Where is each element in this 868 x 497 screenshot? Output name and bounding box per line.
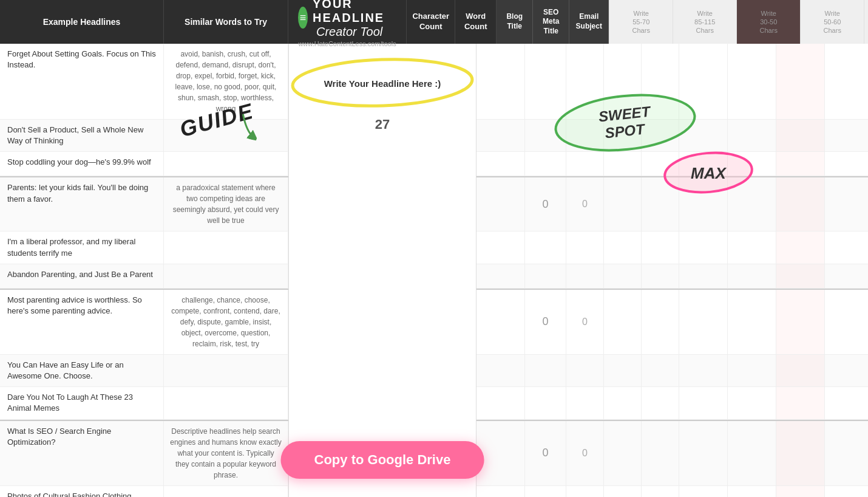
char-count-cell bbox=[476, 355, 525, 386]
seo-cell bbox=[604, 290, 642, 354]
seo-cell bbox=[604, 152, 642, 176]
meta3-cell bbox=[776, 120, 825, 151]
example-cell: Abandon Parenting, and Just Be a Parent bbox=[0, 264, 164, 288]
similar-cell bbox=[164, 355, 288, 386]
example-cell: What Is SEO / Search Engine Optimization… bbox=[0, 421, 164, 485]
email-cell bbox=[642, 152, 679, 176]
meta2-cell bbox=[728, 120, 776, 151]
blog-cell bbox=[566, 387, 604, 419]
email-cell bbox=[642, 421, 679, 485]
meta1-cell bbox=[679, 177, 728, 231]
header: Example Headlines Similar Words to Try ≡… bbox=[0, 0, 868, 44]
meta4-cell bbox=[825, 290, 868, 354]
meta1-cell bbox=[679, 421, 728, 485]
meta3-cell bbox=[776, 44, 825, 119]
word-count-cell bbox=[525, 264, 566, 288]
example-cell: Most parenting advice is worthless. So h… bbox=[0, 290, 164, 354]
meta2-cell bbox=[728, 152, 776, 176]
email-subject-header: EmailSubject bbox=[569, 0, 609, 44]
similar-cell bbox=[164, 486, 288, 498]
email-cell bbox=[642, 231, 679, 263]
meta4-cell bbox=[825, 177, 868, 231]
brand-area: ≡ YOUR HEADLINE Creator Tool www.HateCon… bbox=[288, 0, 407, 44]
email-cell bbox=[642, 177, 679, 231]
meta5-header: Write105-145Chars bbox=[864, 0, 868, 44]
seo-cell bbox=[604, 44, 642, 119]
meta2-cell bbox=[728, 387, 776, 419]
meta1-cell bbox=[679, 264, 728, 288]
brand-name: YOUR HEADLINE Creator Tool bbox=[313, 0, 396, 39]
blog-cell bbox=[566, 486, 604, 498]
example-cell: Stop coddling your dog—he's 99.9% wolf bbox=[0, 152, 164, 176]
meta1-cell bbox=[679, 231, 728, 263]
seo-cell bbox=[604, 231, 642, 263]
email-cell bbox=[642, 120, 679, 151]
similar-header-label: Similar Words to Try bbox=[185, 17, 267, 27]
meta1-header: Write55-70Chars bbox=[609, 0, 673, 44]
seo-meta-header: SEOMetaTitle bbox=[533, 0, 569, 44]
meta2-cell bbox=[728, 290, 776, 354]
brand-url: www.HateContentLess.com/tools bbox=[298, 40, 396, 47]
similar-cell: a paradoxical statement where two compet… bbox=[164, 177, 288, 231]
similar-cell bbox=[164, 264, 288, 288]
meta3-cell bbox=[776, 231, 825, 263]
example-cell: Parents: let your kids fail. You'll be d… bbox=[0, 177, 164, 231]
similar-cell bbox=[164, 387, 288, 419]
seo-cell bbox=[604, 486, 642, 498]
headline-input[interactable] bbox=[303, 74, 461, 94]
seo-cell bbox=[604, 421, 642, 485]
similar-cell bbox=[164, 152, 288, 176]
char-count-cell bbox=[476, 120, 525, 151]
blog-cell: 0 bbox=[566, 290, 604, 354]
char-count-cell bbox=[476, 44, 525, 119]
meta2-cell bbox=[728, 177, 776, 231]
word-count-cell bbox=[525, 120, 566, 151]
word-count-cell bbox=[525, 355, 566, 386]
meta2-header: Write85-115Chars bbox=[673, 0, 736, 44]
meta4-cell bbox=[825, 264, 868, 288]
char-count-cell bbox=[476, 231, 525, 263]
meta1-cell bbox=[679, 290, 728, 354]
blog-title-header: BlogTitle bbox=[497, 0, 533, 44]
meta4-cell bbox=[825, 387, 868, 419]
blog-cell: 0 bbox=[566, 421, 604, 485]
copy-to-drive-button[interactable]: Copy to Google Drive bbox=[281, 441, 484, 479]
meta3-cell bbox=[776, 290, 825, 354]
meta4-cell bbox=[825, 120, 868, 151]
blog-cell bbox=[566, 231, 604, 263]
example-cell: I'm a liberal professor, and my liberal … bbox=[0, 231, 164, 263]
meta4-cell bbox=[825, 152, 868, 176]
word-count-cell: 0 bbox=[525, 177, 566, 231]
email-cell bbox=[642, 44, 679, 119]
example-cell: Don't Sell a Product, Sell a Whole New W… bbox=[0, 120, 164, 151]
meta4-cell bbox=[825, 44, 868, 119]
meta1-cell bbox=[679, 387, 728, 419]
meta2-cell bbox=[728, 44, 776, 119]
seo-cell bbox=[604, 120, 642, 151]
blog-cell bbox=[566, 120, 604, 151]
word-count-cell bbox=[525, 44, 566, 119]
email-cell bbox=[642, 290, 679, 354]
meta4-header: Write50-60Chars bbox=[800, 0, 864, 44]
blog-cell: 0 bbox=[566, 177, 604, 231]
example-cell: Photos of Cultural Fashion Clothing Arou… bbox=[0, 486, 164, 498]
meta3-cell bbox=[776, 387, 825, 419]
example-cell: Dare You Not To Laugh At These 23 Animal… bbox=[0, 387, 164, 419]
meta1-cell bbox=[679, 44, 728, 119]
char-count-cell bbox=[476, 486, 525, 498]
meta4-cell bbox=[825, 486, 868, 498]
meta1-cell bbox=[679, 355, 728, 386]
blog-cell bbox=[566, 355, 604, 386]
meta2-cell bbox=[728, 264, 776, 288]
similar-cell: challenge, chance, choose, compete, conf… bbox=[164, 290, 288, 354]
blog-cell bbox=[566, 264, 604, 288]
app-container: Example Headlines Similar Words to Try ≡… bbox=[0, 0, 868, 497]
similar-header: Similar Words to Try bbox=[164, 0, 288, 44]
meta1-cell bbox=[679, 486, 728, 498]
meta4-cell bbox=[825, 355, 868, 386]
meta3-cell bbox=[776, 486, 825, 498]
seo-cell bbox=[604, 264, 642, 288]
meta3-cell bbox=[776, 421, 825, 485]
content-area: Forget About Setting Goals. Focus on Thi… bbox=[0, 44, 868, 497]
similar-cell bbox=[164, 231, 288, 263]
